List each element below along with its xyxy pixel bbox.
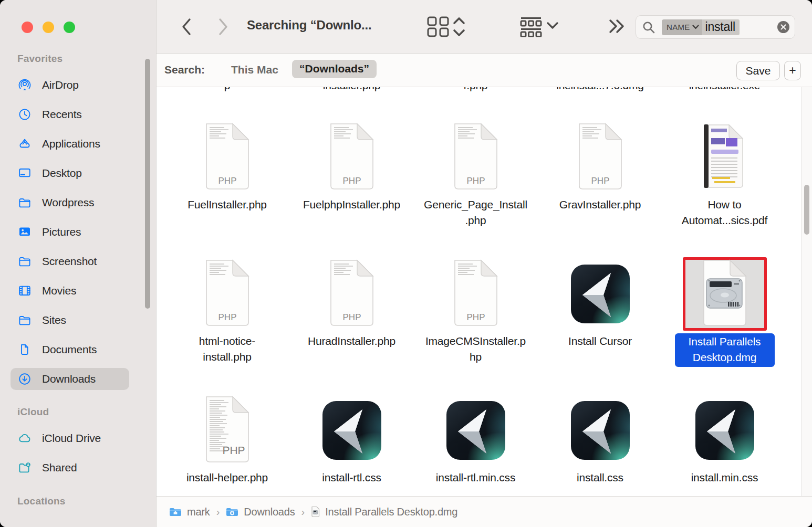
sidebar-item-icloud-drive[interactable]: iCloud Drive xyxy=(11,427,129,449)
clear-search-icon[interactable] xyxy=(777,21,789,33)
shared-folder-icon xyxy=(18,461,32,475)
php-code-file-icon: PHP xyxy=(201,395,254,466)
php-file-icon: PHP xyxy=(326,122,378,193)
file-label: HuradInstaller.php xyxy=(300,333,404,349)
main-pane: Searching “Downlo... NAME xyxy=(157,0,812,527)
cloud-icon xyxy=(18,431,32,445)
cursor-app-icon xyxy=(571,265,630,323)
sidebar-item-applications[interactable]: Applications xyxy=(11,133,129,155)
content-scrollbar[interactable] xyxy=(801,87,812,496)
close-button[interactable] xyxy=(22,22,33,33)
file-label: install.css xyxy=(548,470,652,486)
file-label: install.min.css xyxy=(673,470,777,486)
window-title: Searching “Downlo... xyxy=(247,18,371,33)
sidebar-item-documents[interactable]: Documents xyxy=(11,339,129,361)
sidebar-item-wordpress[interactable]: Wordpress xyxy=(11,192,129,214)
finder-window: Favorites AirDrop Recents Applications D… xyxy=(0,0,812,527)
file-item[interactable]: Install Parallels Desktop.dmg xyxy=(662,257,787,367)
search-field[interactable]: NAME install xyxy=(636,15,795,39)
file-item[interactable]: install.css xyxy=(538,394,662,486)
home-folder-icon xyxy=(169,507,182,517)
path-separator: › xyxy=(301,506,305,518)
file-item[interactable]: install-rtl.css xyxy=(289,394,414,486)
file-item[interactable]: PHP GravInstaller.php xyxy=(538,121,662,213)
search-name-token[interactable]: NAME xyxy=(662,19,702,35)
add-criteria-button[interactable]: + xyxy=(784,61,801,80)
annotation-red-box[interactable] xyxy=(683,257,767,331)
file-label-partial: installer.php xyxy=(289,87,414,92)
icon-view-button[interactable] xyxy=(427,16,449,37)
sidebar-section-icloud: iCloud xyxy=(17,406,49,418)
folder-icon xyxy=(18,255,32,268)
sidebar-item-airdrop[interactable]: AirDrop xyxy=(11,74,129,96)
file-item[interactable]: PHP HuradInstaller.php xyxy=(289,257,414,349)
php-file-icon: PHP xyxy=(201,122,254,193)
file-item[interactable]: install.min.css xyxy=(662,394,787,486)
path-segment[interactable]: Downloads xyxy=(226,506,295,518)
forward-button[interactable] xyxy=(215,16,231,37)
sidebar-item-movies[interactable]: Movies xyxy=(11,280,129,302)
search-input[interactable]: install xyxy=(702,19,740,35)
sidebar-scrollbar-thumb[interactable] xyxy=(145,59,150,309)
sidebar-item-shared[interactable]: Shared xyxy=(11,457,129,479)
chevron-down-icon[interactable] xyxy=(546,22,559,30)
applications-icon xyxy=(18,137,32,151)
dmg-file-icon xyxy=(699,259,751,329)
more-toolbar-items-icon[interactable] xyxy=(607,17,626,36)
minimize-button[interactable] xyxy=(43,22,54,33)
back-button[interactable] xyxy=(179,16,194,37)
file-item[interactable]: PHP FuelInstaller.php xyxy=(165,121,289,213)
file-label: Generic_Page_Install.php xyxy=(424,197,528,228)
file-item[interactable]: install-rtl.min.css xyxy=(413,394,538,486)
file-item[interactable]: PHP html-notice-install.php xyxy=(165,257,289,365)
svg-text:PHP: PHP xyxy=(218,312,236,322)
cursor-app-icon xyxy=(446,401,505,460)
save-search-button[interactable]: Save xyxy=(736,61,780,80)
file-label-partial: p xyxy=(165,87,289,92)
sidebar-item-desktop[interactable]: Desktop xyxy=(11,162,129,184)
download-circle-icon xyxy=(18,372,32,386)
path-segment[interactable]: mark xyxy=(169,506,210,518)
toolbar: Searching “Downlo... NAME xyxy=(157,0,812,54)
view-switcher-chevrons-icon[interactable] xyxy=(452,16,466,38)
path-separator: › xyxy=(216,506,220,518)
file-item[interactable]: How to Automat...sics.pdf xyxy=(662,121,787,228)
php-file-icon: PHP xyxy=(201,259,254,329)
scope-this-mac[interactable]: This Mac xyxy=(231,64,278,76)
folder-icon xyxy=(18,196,32,209)
sidebar-item-recents[interactable]: Recents xyxy=(11,103,129,125)
file-label: Install Cursor xyxy=(548,333,652,349)
file-label: ImageCMSInstaller.php xyxy=(424,333,528,365)
pictures-icon xyxy=(18,225,32,239)
file-grid: pinstaller.phpr.phpineinstal...7.0.dmgin… xyxy=(157,87,812,496)
film-icon xyxy=(18,284,32,298)
file-item[interactable]: PHP FuelphpInstaller.php xyxy=(289,121,414,213)
document-icon xyxy=(18,343,32,356)
file-item[interactable]: PHP install-helper.php xyxy=(165,394,289,486)
sidebar-section-locations: Locations xyxy=(17,496,66,507)
group-by-button[interactable] xyxy=(520,16,542,37)
scope-downloads[interactable]: “Downloads” xyxy=(292,60,377,78)
search-scope-bar: Search: This Mac “Downloads” Save + xyxy=(157,54,812,87)
file-label: html-notice-install.php xyxy=(175,333,279,365)
svg-text:PHP: PHP xyxy=(591,176,609,186)
clock-icon xyxy=(18,108,32,121)
sidebar-item-sites[interactable]: Sites xyxy=(11,309,129,331)
sidebar-item-downloads[interactable]: Downloads xyxy=(11,368,129,390)
folder-icon xyxy=(18,313,32,327)
search-token-label: NAME xyxy=(667,23,690,31)
scope-label: Search: xyxy=(164,64,205,76)
file-item[interactable]: PHP ImageCMSInstaller.php xyxy=(413,257,538,365)
file-label: GravInstaller.php xyxy=(548,197,652,213)
svg-text:PHP: PHP xyxy=(342,312,361,322)
sidebar-item-pictures[interactable]: Pictures xyxy=(11,221,129,243)
content-scrollbar-thumb[interactable] xyxy=(804,185,809,235)
path-segment[interactable]: Install Parallels Desktop.dmg xyxy=(311,506,457,518)
file-label-partial: ineinstaller.exe xyxy=(662,87,787,92)
sidebar-section-favorites: Favorites xyxy=(17,53,63,65)
sidebar-item-screenshot[interactable]: Screenshot xyxy=(11,250,129,272)
dmg-mini-icon xyxy=(311,506,320,518)
file-item[interactable]: PHP Generic_Page_Install.php xyxy=(413,121,538,228)
zoom-button[interactable] xyxy=(64,22,75,33)
file-item[interactable]: Install Cursor xyxy=(538,257,662,349)
